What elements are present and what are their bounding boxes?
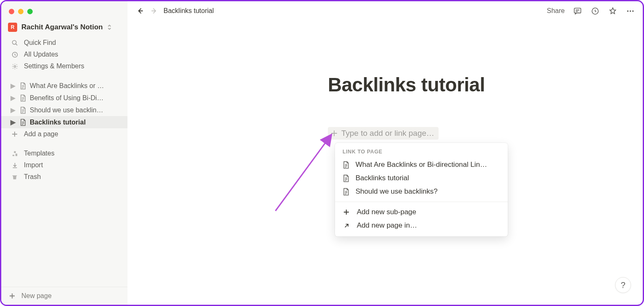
add-page-label: Add a page: [24, 130, 58, 138]
new-page[interactable]: New page: [1, 287, 127, 305]
arrow-out-icon: [343, 223, 350, 229]
page-icon: [19, 94, 27, 102]
svg-point-0: [12, 40, 16, 44]
chevron-updown-icon: [107, 24, 112, 30]
trash[interactable]: Trash: [1, 171, 127, 183]
main-content: Backlinks tutorial Share Backlinks tutor…: [127, 1, 643, 305]
add-new-page-in[interactable]: Add new page in…: [335, 219, 508, 232]
import-label: Import: [24, 161, 43, 169]
option-label: Add new page in…: [357, 221, 417, 230]
add-page[interactable]: Add a page: [1, 128, 127, 140]
clock-icon: [10, 51, 19, 58]
updates-icon[interactable]: [590, 6, 600, 16]
plus-icon: [343, 209, 350, 215]
page-icon: [343, 188, 350, 196]
page-label: What Are Backlinks or …: [30, 82, 104, 90]
trash-label: Trash: [24, 173, 41, 181]
settings-members[interactable]: Settings & Members: [1, 60, 127, 72]
page-icon: [19, 119, 27, 126]
topbar: Backlinks tutorial Share: [127, 1, 643, 21]
link-page-option[interactable]: What Are Backlinks or Bi-directional Lin…: [335, 158, 508, 171]
caret-right-icon[interactable]: ▶: [10, 106, 16, 114]
templates-icon: [10, 150, 19, 157]
more-icon[interactable]: [625, 6, 635, 16]
share-button[interactable]: Share: [547, 7, 565, 15]
forward-button[interactable]: [149, 6, 159, 16]
plus-icon: [330, 130, 338, 137]
workspace-avatar: R: [8, 23, 17, 32]
close-window[interactable]: [9, 9, 14, 14]
favorite-icon[interactable]: [608, 6, 618, 16]
link-page-dropdown: LINK TO PAGE What Are Backlinks or Bi-di…: [335, 143, 508, 236]
workspace-name: Rachit Agarwal's Notion: [21, 23, 103, 31]
svg-rect-3: [574, 8, 581, 13]
import[interactable]: Import: [1, 159, 127, 171]
page-label: Benefits of Using Bi-Di…: [30, 94, 104, 102]
page-icon: [19, 106, 27, 114]
sidebar: R Rachit Agarwal's Notion Quick Find All…: [1, 1, 127, 305]
new-page-label: New page: [21, 292, 52, 300]
comments-icon[interactable]: [572, 6, 582, 16]
all-updates[interactable]: All Updates: [1, 49, 127, 60]
svg-point-5: [627, 10, 628, 12]
link-page-option[interactable]: Should we use backlinks?: [335, 185, 508, 198]
search-icon: [10, 39, 19, 47]
dropdown-header: LINK TO PAGE: [335, 143, 508, 158]
templates-label: Templates: [24, 150, 55, 157]
sidebar-page-item-current[interactable]: ▶ Backlinks tutorial: [1, 116, 127, 128]
option-label: What Are Backlinks or Bi-directional Lin…: [356, 161, 487, 169]
page-label: Backlinks tutorial: [30, 119, 86, 126]
svg-line-8: [275, 135, 331, 211]
plus-icon: [10, 131, 19, 137]
sidebar-page-item[interactable]: ▶ Benefits of Using Bi-Di…: [1, 92, 127, 104]
link-page-option[interactable]: Backlinks tutorial: [335, 171, 508, 185]
svg-point-2: [14, 65, 16, 67]
svg-point-6: [629, 10, 631, 12]
back-button[interactable]: [135, 6, 145, 16]
page-label: Should we use backlin…: [30, 106, 103, 114]
breadcrumb[interactable]: Backlinks tutorial: [164, 7, 214, 15]
option-label: Should we use backlinks?: [356, 187, 438, 196]
annotation-arrow: [272, 129, 339, 213]
trash-icon: [10, 174, 19, 181]
page-icon: [343, 161, 350, 169]
sidebar-page-item[interactable]: ▶ What Are Backlinks or …: [1, 80, 127, 92]
plus-icon: [9, 293, 16, 299]
all-updates-label: All Updates: [24, 51, 58, 58]
divider: [335, 202, 508, 202]
sidebar-page-item[interactable]: ▶ Should we use backlin…: [1, 104, 127, 116]
quick-find-label: Quick Find: [24, 39, 56, 47]
add-new-subpage[interactable]: Add new sub-page: [335, 205, 508, 219]
import-icon: [10, 162, 19, 169]
help-button[interactable]: ?: [615, 277, 631, 293]
svg-point-7: [632, 10, 634, 12]
page-icon: [19, 82, 27, 90]
option-label: Add new sub-page: [357, 208, 416, 216]
add-block-placeholder: Type to add or link page…: [341, 129, 434, 138]
caret-right-icon[interactable]: ▶: [10, 82, 16, 90]
page-title[interactable]: Backlinks tutorial: [127, 73, 643, 96]
window-controls: [1, 5, 127, 20]
quick-find[interactable]: Quick Find: [1, 37, 127, 49]
page-icon: [343, 174, 350, 182]
workspace-switcher[interactable]: R Rachit Agarwal's Notion: [1, 20, 127, 36]
minimize-window[interactable]: [18, 9, 23, 14]
maximize-window[interactable]: [27, 9, 33, 14]
settings-label: Settings & Members: [24, 62, 84, 70]
templates[interactable]: Templates: [1, 148, 127, 159]
gear-icon: [10, 63, 19, 70]
caret-right-icon[interactable]: ▶: [10, 94, 16, 102]
caret-right-icon[interactable]: ▶: [10, 118, 16, 126]
add-block-prompt[interactable]: Type to add or link page…: [328, 127, 439, 140]
option-label: Backlinks tutorial: [356, 174, 409, 182]
